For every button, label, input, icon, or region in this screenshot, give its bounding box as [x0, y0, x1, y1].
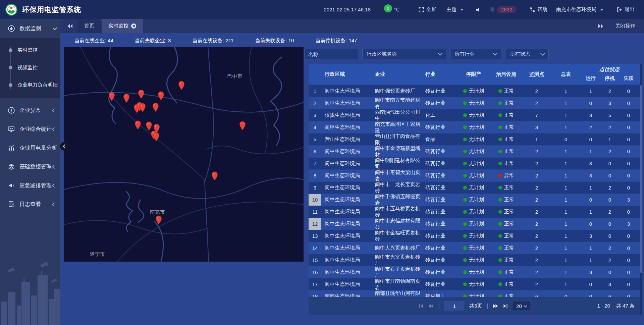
chevron-left-icon: [52, 202, 56, 207]
cell-index: 15: [309, 254, 321, 266]
table-row[interactable]: 9阆中生态环境局阆中市二龙长宝页岩砖砖瓦行业无计划正常21120: [309, 182, 640, 194]
industry-filter-dropdown[interactable]: 所有行业: [450, 49, 501, 59]
map-pin[interactable]: [153, 132, 160, 142]
cell-company: 阆中市五马桥页岩机砖: [371, 206, 421, 218]
cell-stopped: 1: [601, 133, 619, 145]
region-filter-dropdown[interactable]: 行政区域名称: [362, 49, 446, 59]
table-row[interactable]: 11阆中生态环境局阆中市五马桥页岩机砖砖瓦行业无计划正常21120: [309, 206, 640, 218]
map-pin-icon: [108, 92, 115, 101]
sidebar-item-data-monitor[interactable]: 数据监测: [0, 19, 60, 38]
table-row[interactable]: 17阆中生态环境局阆中市江南镇阆南页岩砖瓦行业无计划正常21030: [309, 278, 640, 290]
table-row[interactable]: 4高坪生态环境局南充市高坪区王家店建砖瓦行业无计划正常31220: [309, 121, 640, 133]
cell-total-meter: 1: [551, 206, 580, 218]
map-pin[interactable]: [108, 92, 115, 101]
table-row[interactable]: 2阆中生态环境局阆中市南方节能建材有砖瓦行业无计划正常21030: [309, 97, 640, 109]
cell-total-meter: 1: [551, 278, 580, 290]
sidebar-item-emission-reduction[interactable]: 应急减排管理: [0, 176, 60, 195]
map-pin[interactable]: [239, 121, 246, 130]
table-row[interactable]: 15阆中生态环境局阆中市光富页岩机砖厂砖瓦行业无计划正常21120: [309, 254, 640, 266]
map-pin-icon: [153, 132, 160, 142]
mute-button[interactable]: [476, 7, 481, 12]
cell-running: 0: [580, 278, 601, 290]
map-pin[interactable]: [123, 94, 130, 103]
fullscreen-button[interactable]: 全屏: [419, 6, 436, 13]
status-dot-icon: [498, 282, 502, 286]
sidebar-item-base-data[interactable]: 基础数据管理: [0, 157, 60, 176]
map[interactable]: 巴中市南充市遂宁市: [64, 47, 304, 262]
table-body: 1阆中生态环境局阆中强锐页岩砖厂砖瓦行业无计划正常211202阆中生态环境局阆中…: [309, 85, 640, 297]
table-row[interactable]: 16阆中生态环境局阆中市石子页岩机砖厂砖瓦行业无计划正常21300: [309, 266, 640, 278]
cell-lost: 0: [619, 206, 639, 218]
logout-button[interactable]: 退出: [617, 6, 635, 13]
tab-home[interactable]: 首页: [77, 19, 101, 33]
sidebar-item-log-view[interactable]: 日志查看: [0, 195, 60, 214]
close-operations-button[interactable]: 关闭操作: [615, 23, 635, 29]
status-filter-dropdown[interactable]: 所有状态: [506, 49, 549, 59]
map-pin[interactable]: [135, 120, 141, 130]
first-page-button[interactable]: [418, 304, 423, 308]
table-scrollbar[interactable]: [640, 64, 642, 315]
sidebar-item-video-monitor[interactable]: 视频监控: [0, 59, 60, 76]
page-size-select[interactable]: 20: [513, 302, 530, 310]
map-collapse-button[interactable]: [60, 142, 68, 151]
cell-stopped: 2: [601, 242, 619, 254]
map-pin[interactable]: [139, 103, 146, 112]
notifications[interactable]: 2632: [490, 6, 516, 13]
cell-lost: 0: [619, 121, 639, 133]
sidebar-item-enterprise-abnormal[interactable]: 企业异常: [0, 101, 60, 120]
sidebar-item-power-analysis[interactable]: 企业用电量分析: [0, 139, 60, 157]
table-row[interactable]: 5营山生态环境局营山县润丰肉食品有限食品无计划正常10010: [309, 133, 640, 145]
table-row[interactable]: 7阆中生态环境局阆中明阳建材有限公司砖瓦行业无计划正常21300: [309, 158, 640, 169]
cell-monitor-count: 2: [522, 266, 551, 278]
table-row[interactable]: 1阆中生态环境局阆中强锐页岩砖厂砖瓦行业无计划正常21120: [309, 85, 640, 97]
table-row[interactable]: 6阆中生态环境局阆中市金博瑞新型墙材砖瓦行业无计划正常21120: [309, 146, 640, 157]
table-row[interactable]: 13阆中生态环境局阆中市金福旺页岩机砖砖瓦行业无计划正常21300: [309, 230, 640, 242]
cell-facility-status: 正常: [490, 109, 522, 121]
cell-stopped: 3: [601, 278, 619, 290]
table-row[interactable]: 12阆中生态环境局阆中市忠信建材有限公砖瓦行业无计划正常21003: [309, 218, 640, 230]
map-pin[interactable]: [211, 171, 218, 181]
cell-running: 0: [580, 194, 601, 206]
table-row[interactable]: 3仪陇生态环境局西南油气田分公司川中化工无计划正常71350: [309, 109, 640, 121]
cell-index: 8: [309, 170, 321, 181]
map-pin[interactable]: [178, 81, 185, 90]
next-page-button[interactable]: [493, 304, 498, 308]
table-row[interactable]: 8阆中生态环境局阆中市枣碧大梁山页岩砖瓦行业无计划异常21300: [309, 170, 640, 181]
page-number-input[interactable]: [444, 301, 465, 311]
tabs-scroll-left-button[interactable]: [67, 24, 73, 29]
cell-industry: 砖瓦行业: [421, 242, 457, 254]
help-button[interactable]: 帮助: [530, 6, 547, 13]
map-pin[interactable]: [146, 121, 152, 131]
map-pin[interactable]: [152, 103, 159, 112]
sidebar-item-enterprise-stats[interactable]: 企业综合统计: [0, 120, 60, 139]
data-monitor-icon: [8, 25, 15, 32]
cell-index: 12: [309, 218, 321, 230]
sidebar-item-power-load-detail[interactable]: 企业电力负荷明细: [0, 76, 60, 94]
theme-dropdown[interactable]: 主题: [446, 6, 464, 13]
table-row[interactable]: 18南部生态环境局南部县珧华山河有限公建材加工无计划正常60060: [309, 290, 640, 297]
map-pin[interactable]: [158, 91, 164, 101]
table-row[interactable]: 14阆中生态环境局阆中大兴页岩机砖厂砖瓦行业无计划正常21120: [309, 242, 640, 254]
cell-company: 阆中市石子页岩机砖厂: [371, 266, 421, 278]
cell-monitor-count: 2: [522, 254, 551, 266]
cell-total-meter: 1: [551, 85, 580, 97]
status-dot-icon: [498, 174, 502, 177]
table-row[interactable]: 10阆中生态环境局阆中千佛镇五郎垭页岩砖瓦行业无计划正常21003: [309, 194, 640, 206]
cell-region: 高坪生态环境局: [321, 121, 371, 133]
map-pin[interactable]: [138, 90, 145, 99]
tabs-scroll-right-button[interactable]: [598, 24, 604, 29]
tab-close-icon[interactable]: [131, 23, 136, 29]
next-page-icon: [493, 304, 498, 308]
cell-industry: 砖瓦行业: [421, 182, 457, 194]
organization-dropdown[interactable]: 南充市生态环境局: [556, 6, 603, 13]
tab-realtime-monitor[interactable]: 实时监控: [102, 19, 143, 33]
cell-monitor-count: 2: [522, 97, 551, 109]
map-pin[interactable]: [155, 215, 162, 225]
chevron-left-icon: [52, 127, 56, 131]
last-page-button[interactable]: [503, 304, 508, 308]
cell-stopped: 2: [601, 182, 619, 194]
prev-page-button[interactable]: [428, 304, 433, 308]
name-filter-input[interactable]: [305, 51, 358, 57]
sidebar-item-realtime-monitor[interactable]: 实时监控: [0, 41, 60, 59]
scrollbar-thumb[interactable]: [640, 85, 642, 273]
